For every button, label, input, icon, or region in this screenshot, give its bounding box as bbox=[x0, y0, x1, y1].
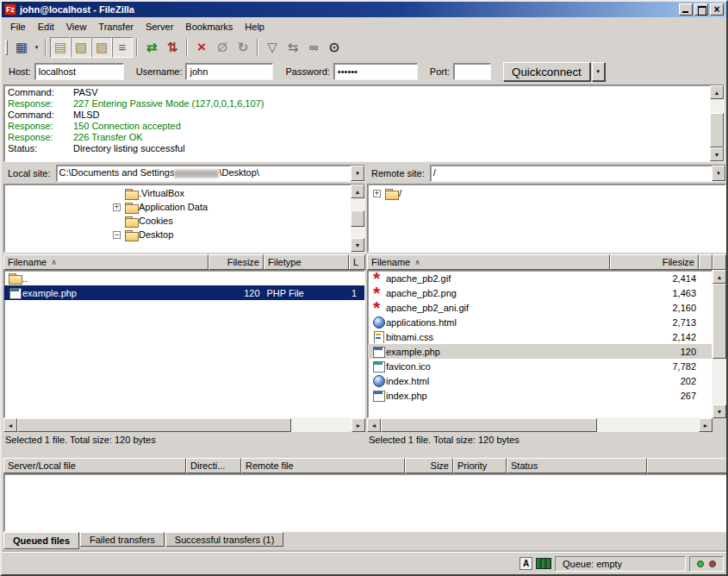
expand-icon[interactable] bbox=[113, 203, 121, 211]
file-row[interactable]: favicon.ico 7,782 bbox=[368, 359, 712, 373]
file-row-selected[interactable]: example.php 120 bbox=[368, 344, 712, 359]
column-header-direction[interactable]: Directi... bbox=[186, 458, 241, 473]
scroll-track[interactable] bbox=[710, 99, 724, 147]
scroll-up-icon[interactable]: ▲ bbox=[351, 185, 364, 198]
quickconnect-dropdown[interactable] bbox=[592, 62, 605, 81]
file-row[interactable]: index.php 267 bbox=[368, 388, 712, 403]
scroll-down-icon[interactable]: ▼ bbox=[712, 404, 726, 418]
column-header-filesize[interactable]: Filesize bbox=[208, 254, 264, 270]
menu-edit[interactable]: Edit bbox=[32, 19, 60, 34]
site-manager-button[interactable] bbox=[11, 37, 32, 58]
local-tree-scrollbar[interactable]: ▲ ▼ bbox=[351, 185, 364, 252]
local-list-hscrollbar[interactable]: ◄ ► bbox=[3, 418, 365, 432]
menu-view[interactable]: View bbox=[60, 19, 93, 34]
scroll-thumb[interactable] bbox=[351, 210, 364, 227]
host-input[interactable] bbox=[34, 63, 124, 80]
local-site-combo[interactable]: C:\Documents and Settings\Desktop\ bbox=[56, 165, 365, 182]
menu-help[interactable]: Help bbox=[239, 19, 271, 34]
remote-tree-toggle-button[interactable] bbox=[91, 37, 112, 58]
column-header-server-local-file[interactable]: Server/Local file bbox=[3, 458, 186, 473]
quickconnect-button[interactable]: Quickconnect bbox=[503, 62, 590, 81]
process-queue-button[interactable] bbox=[162, 37, 183, 58]
tab-successful-transfers[interactable]: Successful transfers (1) bbox=[165, 532, 284, 547]
file-row[interactable]: apache_pb2.gif 2,414 bbox=[368, 271, 712, 285]
cancel-button[interactable] bbox=[191, 37, 212, 58]
scroll-track[interactable] bbox=[381, 418, 699, 432]
scroll-left-icon[interactable]: ◄ bbox=[367, 418, 381, 432]
refresh-button[interactable] bbox=[141, 37, 162, 58]
close-button[interactable] bbox=[710, 3, 724, 16]
menu-bookmarks[interactable]: Bookmarks bbox=[179, 19, 239, 34]
column-header-status[interactable]: Status bbox=[507, 458, 647, 473]
tab-failed-transfers[interactable]: Failed transfers bbox=[80, 532, 165, 547]
tree-item[interactable]: / bbox=[368, 186, 725, 200]
activity-led-icon bbox=[709, 560, 716, 567]
remote-site-combo[interactable]: / bbox=[430, 165, 726, 182]
expand-icon[interactable] bbox=[373, 190, 381, 197]
message-log-toggle-button[interactable] bbox=[50, 37, 71, 58]
file-row[interactable]: index.html 202 bbox=[368, 373, 712, 388]
minimize-button[interactable] bbox=[679, 3, 693, 16]
speed-limits-icon[interactable] bbox=[536, 558, 551, 569]
tree-item[interactable]: Cookies bbox=[4, 214, 351, 228]
column-header-filesize[interactable]: Filesize bbox=[610, 254, 699, 270]
chevron-down-icon[interactable] bbox=[712, 166, 725, 181]
disconnect-button[interactable] bbox=[212, 37, 233, 58]
menu-file[interactable]: File bbox=[4, 19, 32, 34]
menu-server[interactable]: Server bbox=[140, 19, 179, 34]
reconnect-button[interactable] bbox=[233, 37, 253, 58]
scroll-right-icon[interactable]: ► bbox=[699, 418, 712, 432]
scroll-thumb[interactable] bbox=[381, 418, 597, 432]
file-row[interactable]: applications.html 2,713 bbox=[368, 315, 712, 329]
port-input[interactable] bbox=[453, 63, 491, 80]
file-name: .. bbox=[22, 273, 28, 284]
menu-transfer[interactable]: Transfer bbox=[92, 19, 140, 34]
synchronized-browsing-button[interactable] bbox=[303, 37, 324, 58]
remote-list-scrollbar[interactable]: ▲ ▼ bbox=[712, 270, 726, 418]
collapse-icon[interactable] bbox=[113, 231, 121, 239]
compare-button[interactable] bbox=[283, 37, 303, 58]
scroll-up-icon[interactable]: ▲ bbox=[710, 85, 724, 99]
file-row[interactable]: bitnami.css 2,142 bbox=[368, 329, 712, 344]
column-header-size[interactable]: Size bbox=[405, 458, 453, 473]
queue-toggle-button[interactable] bbox=[112, 37, 133, 58]
find-button[interactable] bbox=[324, 37, 345, 58]
remote-list-hscrollbar[interactable]: ◄ ► bbox=[367, 418, 712, 432]
column-header-filename[interactable]: Filename bbox=[3, 254, 208, 270]
tree-item[interactable]: Desktop bbox=[4, 228, 351, 241]
scroll-right-icon[interactable]: ► bbox=[352, 418, 365, 432]
file-row[interactable]: apache_pb2.png 1,463 bbox=[368, 285, 712, 300]
maximize-button[interactable] bbox=[694, 3, 708, 16]
scroll-track[interactable] bbox=[17, 418, 352, 432]
scroll-track[interactable] bbox=[712, 284, 726, 404]
scroll-left-icon[interactable]: ◄ bbox=[3, 418, 17, 432]
transfer-queue-list[interactable] bbox=[3, 473, 728, 532]
password-input[interactable] bbox=[333, 63, 418, 80]
scroll-thumb[interactable] bbox=[712, 284, 726, 359]
chevron-down-icon[interactable] bbox=[351, 166, 364, 181]
local-tree-toggle-button[interactable] bbox=[71, 37, 91, 58]
scroll-thumb[interactable] bbox=[710, 113, 724, 147]
scroll-thumb[interactable] bbox=[17, 418, 291, 432]
tree-item[interactable]: .VirtualBox bbox=[4, 186, 351, 200]
log-scrollbar[interactable]: ▲ ▼ bbox=[710, 85, 724, 161]
filter-button[interactable] bbox=[262, 37, 283, 58]
column-header-last-modified[interactable]: L bbox=[349, 254, 365, 270]
scroll-track[interactable] bbox=[351, 198, 364, 238]
scroll-up-icon[interactable]: ▲ bbox=[712, 270, 726, 284]
toolbar-separator bbox=[45, 39, 47, 56]
username-input[interactable] bbox=[185, 63, 273, 80]
file-row[interactable]: apache_pb2_ani.gif 2,160 bbox=[368, 300, 712, 315]
file-row-selected[interactable]: example.php 120 PHP File 1 bbox=[4, 285, 364, 300]
file-row[interactable]: .. bbox=[4, 271, 364, 285]
tab-queued-files[interactable]: Queued files bbox=[3, 532, 79, 549]
site-manager-dropdown[interactable] bbox=[32, 38, 41, 57]
column-header-filename[interactable]: Filename bbox=[367, 254, 610, 270]
column-header-filetype[interactable]: Filetype bbox=[264, 254, 349, 270]
title-bar[interactable]: Fz john@localhost - FileZilla bbox=[2, 2, 726, 17]
scroll-down-icon[interactable]: ▼ bbox=[710, 147, 724, 161]
scroll-down-icon[interactable]: ▼ bbox=[351, 238, 364, 252]
column-header-priority[interactable]: Priority bbox=[453, 458, 507, 473]
tree-item[interactable]: Application Data bbox=[4, 200, 351, 214]
column-header-remote-file[interactable]: Remote file bbox=[241, 458, 405, 473]
